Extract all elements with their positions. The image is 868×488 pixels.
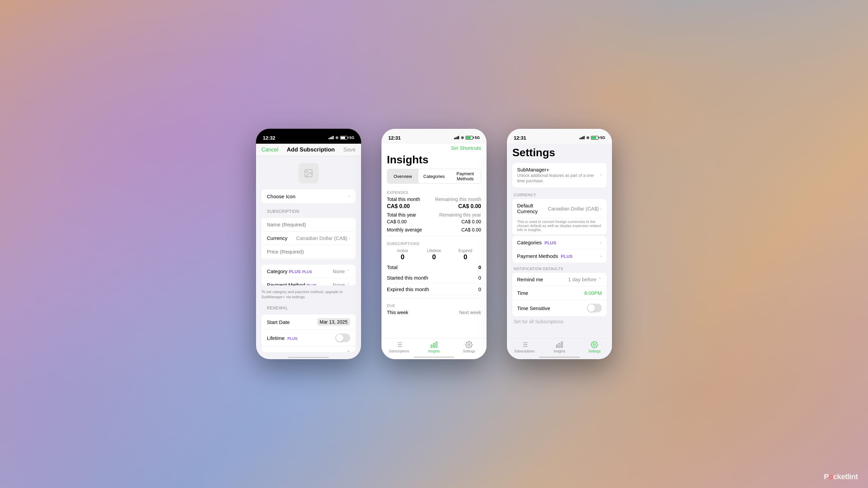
payment-methods-plus: PLUS <box>561 254 573 259</box>
status-time-3: 12:31 <box>514 135 526 141</box>
expired-month-value: 0 <box>478 286 481 292</box>
icon-box[interactable] <box>298 163 319 183</box>
insights-tabs: Overview Categories Payment Methods <box>387 169 481 184</box>
tab-overview[interactable]: Overview <box>387 169 418 183</box>
image-icon <box>304 168 313 178</box>
price-row[interactable] <box>261 245 356 259</box>
tab-payment-methods[interactable]: Payment Methods <box>450 169 481 183</box>
subscription-form: Currency Canadian Dollar (CA$) › <box>261 218 356 259</box>
currency-value: Canadian Dollar (CA$) › <box>296 235 350 241</box>
time-value[interactable]: 8:00PM <box>584 290 602 296</box>
remaining-month-value: CA$ 0.00 <box>458 203 481 209</box>
payment-chevron: ⌃ <box>346 282 350 285</box>
lifetime-value: 0 <box>418 253 450 261</box>
monthly-avg-label: Monthly average <box>387 227 422 232</box>
start-date-value[interactable]: Mar 13, 2025 <box>317 318 351 326</box>
categories-plus: PLUS <box>545 240 556 245</box>
currency-section: CURRENCY <box>507 193 612 199</box>
insights-icon-3 <box>556 341 563 348</box>
signal-icon-3 <box>579 136 585 139</box>
settings-content: Settings SubManager+ Unlock additional f… <box>507 144 612 359</box>
categories-label: Categories PLUS <box>517 240 600 245</box>
divider-2 <box>387 298 481 298</box>
insights-icon-2 <box>430 341 438 348</box>
submanager-section[interactable]: SubManager+ Unlock additional features a… <box>512 163 607 187</box>
expired-month-label: Expired this month <box>387 286 429 292</box>
renews-row[interactable]: Renews every 1 months ⌃⌄ <box>261 346 356 352</box>
default-currency-row[interactable]: Default Currency Canadian Dollar (CA$) › <box>512 199 607 218</box>
name-input[interactable] <box>267 222 350 227</box>
payment-value: None ⌃ <box>333 282 350 285</box>
remind-chevron: ⌃ <box>598 277 602 282</box>
categories-row[interactable]: Categories PLUS › <box>512 236 607 249</box>
category-chevron: ⌃ <box>346 269 350 274</box>
renews-stepper[interactable]: ⌃⌄ <box>347 350 350 352</box>
name-row[interactable] <box>261 218 356 231</box>
cancel-button[interactable]: Cancel <box>261 147 278 153</box>
renews-value: 1 months ⌃⌄ <box>313 350 350 352</box>
wifi-icon-1: ⊜ <box>335 136 338 140</box>
home-indicator-2 <box>414 357 454 358</box>
bottom-tab-subscriptions-2[interactable]: Subscriptions <box>381 341 416 353</box>
status-time-1: 12:32 <box>263 135 275 141</box>
total-year-row: Total this year Remaining this year <box>381 211 487 218</box>
bottom-tab-insights-3[interactable]: Insights <box>542 341 577 353</box>
svg-point-11 <box>468 344 470 346</box>
tab-categories[interactable]: Categories <box>418 169 450 183</box>
start-date-row[interactable]: Start Date Mar 13, 2025 <box>261 314 356 330</box>
category-row[interactable]: Category PLUS PLUS None ⌃ <box>261 265 356 278</box>
status-bar-2: 12:31 ⊜ 5G <box>381 129 487 144</box>
svg-rect-18 <box>561 342 563 348</box>
insights-title: Insights <box>381 152 487 169</box>
status-icons-2: ⊜ 5G <box>454 136 480 140</box>
save-button[interactable]: Save <box>343 147 356 153</box>
battery-icon-2 <box>466 136 473 140</box>
payment-row[interactable]: Payment Method PLUS None ⌃ <box>261 278 356 285</box>
settings-title: Settings <box>507 144 612 163</box>
bottom-tab-settings-3[interactable]: Settings <box>577 341 612 353</box>
lifetime-row[interactable]: Lifetime PLUS <box>261 330 356 346</box>
svg-rect-8 <box>436 342 437 348</box>
payment-methods-row[interactable]: Payment Methods PLUS › <box>512 249 607 263</box>
currency-row[interactable]: Currency Canadian Dollar (CA$) › <box>261 231 356 245</box>
settings-tab-label-3: Settings <box>588 349 600 353</box>
phone-add-subscription: 12:32 ⊜ 5G Cancel Add Subscription <box>256 129 361 359</box>
bottom-tab-subscriptions-3[interactable]: Subscriptions <box>507 341 542 353</box>
watermark: Pocketlint <box>824 472 858 481</box>
price-input[interactable] <box>267 249 350 255</box>
phone1-content: Cancel Add Subscription Save Choose Icon… <box>256 144 361 359</box>
choose-icon-row[interactable]: Choose Icon › <box>261 189 356 203</box>
remind-row[interactable]: Remind me 1 day before ⌃ <box>512 273 607 286</box>
total-year-label: Total this year <box>387 212 416 218</box>
lifetime-toggle[interactable] <box>335 333 350 342</box>
renews-num[interactable]: 1 <box>313 352 326 352</box>
subscriptions-icon-2 <box>395 341 403 348</box>
subscriptions-tab-label-3: Subscriptions <box>514 349 535 353</box>
subs-section-label: SUBSCRIPTIONS <box>381 239 487 247</box>
total-this-month-values: CA$ 0.00 CA$ 0.00 <box>381 203 487 210</box>
nav-title-1: Add Subscription <box>287 146 335 153</box>
phone-insights: 12:31 ⊜ 5G Siri Shortcuts Insights <box>381 129 487 359</box>
time-label: Time <box>517 290 584 296</box>
total-year-values: CA$ 0.00 CA$ 0.00 <box>381 218 487 225</box>
active-col: Active 0 <box>387 248 418 261</box>
battery-icon-3 <box>591 136 598 140</box>
bottom-tab-insights-2[interactable]: Insights <box>416 341 451 353</box>
home-indicator-1 <box>288 357 329 358</box>
started-label: Started this month <box>387 275 428 281</box>
bottom-tab-settings-2[interactable]: Settings <box>452 341 487 353</box>
siri-shortcuts-btn[interactable]: Siri Shortcuts <box>381 144 487 152</box>
time-sensitive-label: Time Sensitive <box>517 305 587 311</box>
submanager-chevron: › <box>600 172 602 178</box>
website-row[interactable] <box>261 259 356 259</box>
signal-icon-2 <box>454 136 459 139</box>
time-sensitive-toggle[interactable] <box>587 304 602 312</box>
renewal-form: Start Date Mar 13, 2025 Lifetime PLUS Re… <box>261 314 356 352</box>
payment-label: Payment Method PLUS <box>267 282 317 285</box>
signal-icon-1 <box>329 136 334 139</box>
time-row[interactable]: Time 8:00PM <box>512 286 607 300</box>
started-month-row: Started this month 0 <box>381 272 487 284</box>
time-sensitive-row[interactable]: Time Sensitive <box>512 300 607 316</box>
renewal-section-label-wrap: RENEWAL <box>256 302 361 312</box>
currency-group: Default Currency Canadian Dollar (CA$) ›… <box>512 199 607 235</box>
